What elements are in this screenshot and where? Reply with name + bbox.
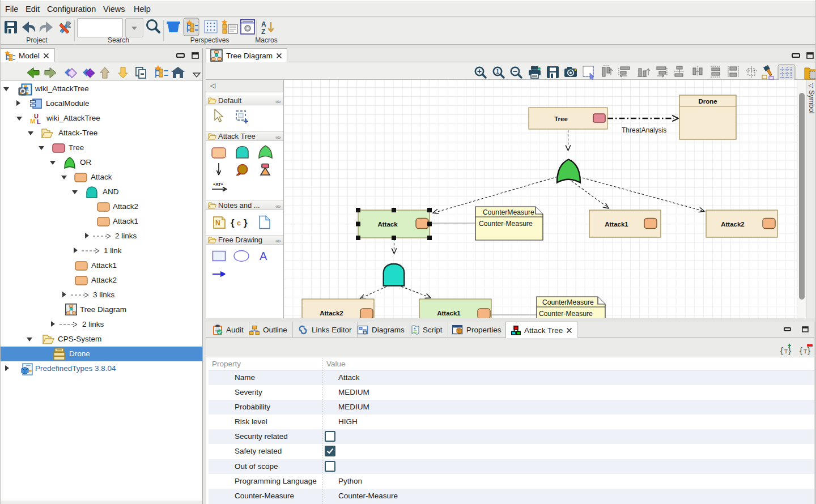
svg-text:ThreatAnalysis: ThreatAnalysis bbox=[622, 126, 666, 134]
svg-text:}: } bbox=[808, 345, 810, 355]
svg-text:«AT»: «AT» bbox=[213, 182, 223, 187]
svg-text:Z: Z bbox=[261, 28, 265, 36]
svg-text:Counter-Measure: Counter-Measure bbox=[539, 310, 593, 318]
svg-text:A: A bbox=[261, 20, 266, 28]
svg-text:L: L bbox=[37, 118, 41, 125]
svg-text:Drone: Drone bbox=[698, 98, 717, 105]
svg-text:1: 1 bbox=[496, 69, 499, 75]
svg-text:}: } bbox=[244, 217, 248, 228]
svg-text:Attack: Attack bbox=[377, 221, 398, 228]
svg-text:Attack1: Attack1 bbox=[605, 221, 628, 228]
svg-text:Counter-Measure: Counter-Measure bbox=[479, 220, 533, 228]
svg-text:Attack1: Attack1 bbox=[437, 310, 461, 317]
svg-text:CounterMeasure: CounterMeasure bbox=[542, 298, 594, 306]
svg-text:T: T bbox=[784, 348, 788, 354]
svg-text:N: N bbox=[215, 219, 220, 227]
svg-text:T: T bbox=[804, 348, 807, 354]
svg-text:Attack2: Attack2 bbox=[320, 310, 343, 317]
svg-text:CounterMeasure: CounterMeasure bbox=[483, 208, 534, 216]
svg-text:M: M bbox=[30, 118, 35, 125]
svg-text:{: { bbox=[231, 217, 235, 228]
svg-text:A: A bbox=[260, 250, 267, 262]
svg-text:c: c bbox=[237, 219, 241, 227]
svg-text:Tree: Tree bbox=[554, 116, 568, 122]
svg-text:{: { bbox=[780, 345, 783, 355]
svg-text:{: { bbox=[800, 345, 802, 355]
svg-text:Attack2: Attack2 bbox=[721, 221, 745, 228]
